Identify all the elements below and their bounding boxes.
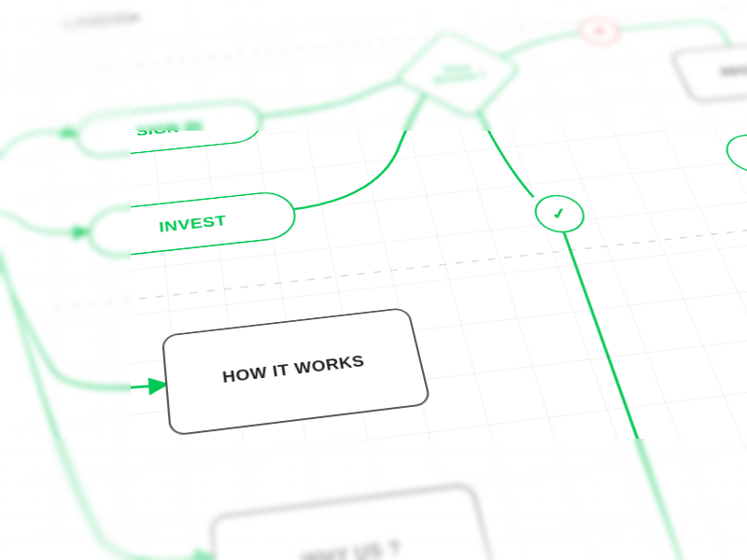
node-invest-label: INVEST <box>158 212 227 235</box>
node-why-us-label: WHY US ? <box>301 538 403 560</box>
connectors <box>0 0 747 560</box>
x-icon: ✕ <box>589 23 609 38</box>
svg-line-0 <box>0 0 747 102</box>
check-icon: ✓ <box>548 204 571 224</box>
node-how-it-works-label: HOW IT WORKS <box>221 352 366 386</box>
node-sign-in-label: SIGN IN <box>135 119 203 139</box>
node-register-label: REGISTER <box>719 62 747 78</box>
node-have-account-label: Have account ? <box>430 62 487 84</box>
